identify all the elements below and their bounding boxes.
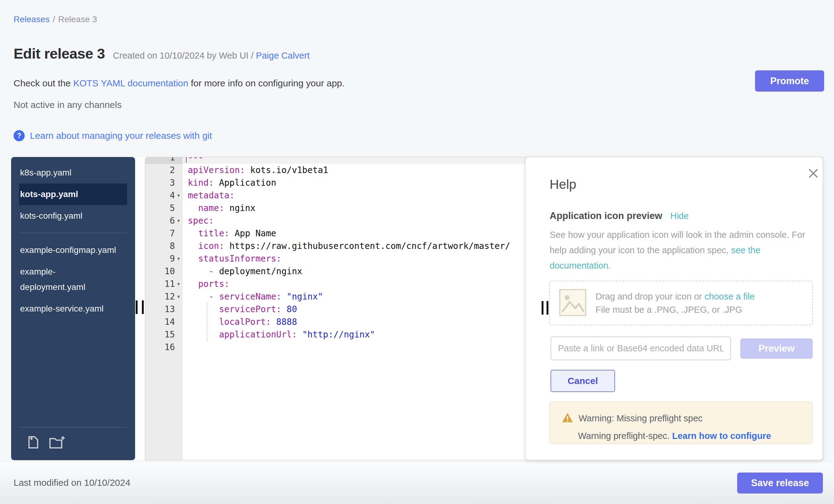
sidebar-file-example-deployment.yaml[interactable]: example-deployment.yaml	[19, 261, 127, 298]
sidebar-file-kots-config.yaml[interactable]: kots-config.yaml	[19, 205, 127, 227]
git-releases-link[interactable]: Learn about managing your releases with …	[30, 130, 212, 141]
line-number: 2	[145, 164, 175, 176]
line-number: 15	[145, 328, 175, 341]
git-help-row: ? Learn about managing your releases wit…	[14, 130, 212, 141]
file-sidebar: k8s-app.yamlkots-app.yamlkots-config.yam…	[11, 157, 135, 460]
line-number: 6	[145, 214, 175, 227]
fold-spacer	[175, 240, 182, 252]
add-folder-icon[interactable]	[48, 435, 66, 451]
line-number: 3	[145, 176, 175, 189]
cancel-button[interactable]: Cancel	[551, 370, 615, 392]
line-number: 14	[145, 315, 175, 328]
breadcrumb-current: Release 3	[58, 15, 97, 24]
line-number: 12	[145, 290, 175, 303]
fold-spacer	[175, 341, 182, 353]
file-group-divider	[19, 233, 127, 233]
description-period: .	[608, 261, 611, 270]
sidebar-splitter-handle[interactable]	[142, 301, 144, 314]
fold-spacer	[175, 157, 182, 164]
line-number: 9	[145, 252, 175, 265]
fold-spacer	[175, 303, 182, 315]
sidebar-file-example-service.yaml[interactable]: example-service.yaml	[19, 298, 127, 320]
warning-detail: Warning preflight-spec. Learn how to con…	[578, 431, 812, 441]
last-modified-text: Last modified on 10/10/2024	[14, 478, 130, 488]
fold-arrow-icon[interactable]: ▾	[175, 290, 182, 303]
sidebar-file-k8s-app.yaml[interactable]: k8s-app.yaml	[19, 162, 127, 183]
breadcrumb: Releases/Release 3	[14, 15, 97, 24]
line-number: 4	[145, 189, 175, 202]
fold-spacer	[175, 315, 182, 328]
promote-button[interactable]: Promote	[755, 70, 824, 92]
hide-link[interactable]: Hide	[670, 211, 689, 221]
fold-spacer	[175, 328, 182, 341]
add-file-icon[interactable]	[26, 435, 40, 451]
docs-line: Check out the KOTS YAML documentation fo…	[14, 78, 345, 89]
docs-prefix: Check out the	[14, 78, 73, 88]
help-panel: Help Application icon preview Hide See h…	[525, 157, 823, 460]
icon-preview-description: See how your application icon will look …	[550, 227, 809, 273]
author-link[interactable]: Paige Calvert	[256, 50, 310, 61]
footer-bar: Last modified on 10/10/2024	[0, 463, 834, 504]
line-number: 5	[145, 202, 175, 214]
fold-arrow-icon[interactable]: ▾	[175, 214, 182, 227]
line-number: 8	[145, 240, 175, 252]
page-title: Edit release 3	[14, 45, 105, 62]
dropzone-line2: File must be a .PNG, .JPEG, or .JPG	[596, 305, 755, 315]
indent-guide	[207, 303, 207, 341]
sidebar-footer	[11, 427, 135, 451]
breadcrumb-releases-link[interactable]: Releases	[14, 15, 50, 24]
icon-preview-section-title: Application icon preview	[550, 210, 662, 221]
warning-detail-text: Warning preflight-spec.	[578, 431, 672, 441]
file-list: k8s-app.yamlkots-app.yamlkots-config.yam…	[11, 157, 135, 320]
title-row: Edit release 3 Created on 10/10/2024 by …	[14, 45, 310, 62]
choose-file-link[interactable]: choose a file	[704, 291, 755, 301]
release-meta: Created on 10/10/2024 by Web UI / Paige …	[113, 50, 310, 61]
line-number: 10	[145, 265, 175, 278]
kots-yaml-docs-link[interactable]: KOTS YAML documentation	[73, 78, 188, 88]
docs-suffix: for more info on configuring your app.	[188, 78, 345, 88]
created-on-text: Created on 10/10/2024 by Web UI /	[113, 50, 256, 61]
help-splitter-handle[interactable]	[542, 301, 544, 314]
fold-spacer	[175, 176, 182, 189]
sidebar-splitter-handle[interactable]	[136, 301, 137, 314]
help-title: Help	[550, 177, 576, 192]
icon-url-input[interactable]	[551, 336, 731, 360]
question-circle-icon: ?	[14, 130, 25, 141]
close-icon[interactable]	[807, 167, 819, 179]
line-number: 7	[145, 227, 175, 240]
dropzone-line1: Drag and drop your icon or choose a file	[596, 291, 755, 302]
text-cursor	[186, 157, 186, 162]
edit-release-page: Releases/Release 3 Edit release 3 Create…	[0, 0, 834, 504]
fold-spacer	[175, 265, 182, 278]
learn-how-to-configure-link[interactable]: Learn how to configure	[672, 431, 771, 441]
line-number: 16	[145, 341, 175, 353]
save-release-button[interactable]: Save release	[737, 473, 823, 494]
help-splitter-handle[interactable]	[547, 301, 548, 314]
description-text: See how your application icon will look …	[550, 230, 805, 255]
dropzone-text: Drag and drop your icon or	[596, 291, 704, 301]
preview-button[interactable]: Preview	[740, 338, 813, 359]
channel-status: Not active in any channels	[14, 100, 122, 110]
sidebar-file-example-configmap.yaml[interactable]: example-configmap.yaml	[19, 239, 127, 261]
icon-dropzone[interactable]: Drag and drop your icon or choose a file…	[549, 281, 813, 325]
icon-preview-section-row: Application icon preview Hide	[550, 210, 689, 221]
line-number: 11	[145, 278, 175, 290]
fold-spacer	[175, 164, 182, 176]
fold-spacer	[175, 202, 182, 214]
line-number: 13	[145, 303, 175, 315]
fold-arrow-icon[interactable]: ▾	[175, 189, 182, 202]
fold-spacer	[175, 227, 182, 240]
sidebar-footer-divider	[19, 427, 127, 428]
sidebar-file-kots-app.yaml[interactable]: kots-app.yaml	[19, 183, 127, 205]
warning-triangle-icon	[562, 412, 573, 424]
breadcrumb-separator: /	[53, 15, 55, 24]
image-placeholder-icon	[559, 289, 586, 317]
fold-arrow-icon[interactable]: ▾	[175, 252, 182, 265]
line-number: 1	[145, 157, 175, 164]
fold-arrow-icon[interactable]: ▾	[175, 278, 182, 290]
preflight-warning-box: Warning: Missing preflight spec Warning …	[549, 401, 813, 444]
warning-title: Warning: Missing preflight spec	[578, 413, 703, 423]
